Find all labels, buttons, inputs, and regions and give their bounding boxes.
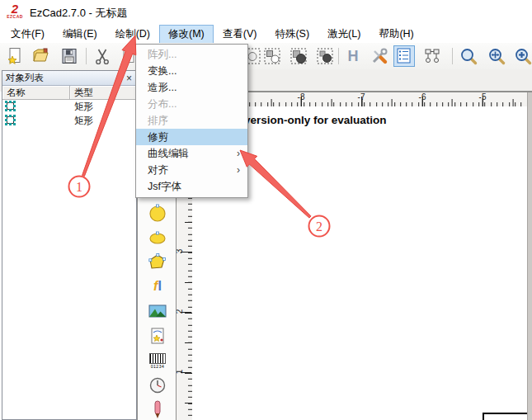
open-file-icon[interactable] (31, 46, 51, 66)
menu-laser[interactable]: 激光(L) (318, 25, 370, 44)
menu-item-trim[interactable]: 修剪 (136, 129, 247, 145)
toolbar-separator (338, 48, 339, 64)
delay-clock-tool-icon[interactable] (147, 375, 168, 396)
vruler-tick (181, 252, 191, 252)
menu-edit[interactable]: 编辑(E) (54, 25, 106, 44)
logo-number: 2 (4, 2, 26, 15)
menu-item-shape[interactable]: 造形... (136, 79, 247, 96)
app-logo-icon: 2 EZCAD (4, 2, 26, 22)
object-row-2[interactable]: 矩形 (2, 114, 136, 128)
title-bar: 2 EZCAD EzCad2.7.0 - 无标题 (0, 0, 532, 25)
circle-tool-icon[interactable] (147, 202, 168, 224)
zoom-tool-icon[interactable] (459, 46, 478, 66)
object-rect-icon (2, 101, 70, 114)
submenu-arrow-icon: › (237, 145, 240, 162)
menu-item-align[interactable]: 对齐› (136, 162, 247, 178)
save-icon[interactable] (59, 46, 79, 66)
zoom-fit-icon[interactable] (487, 46, 506, 66)
toolbar-separator (86, 48, 87, 64)
menu-modify[interactable]: 修改(M) (159, 25, 214, 44)
vruler-tick (181, 312, 191, 313)
marking-field-boundary (483, 413, 528, 420)
object-list-toggle-icon[interactable] (393, 45, 415, 67)
barcode-bars (149, 353, 166, 364)
barcode-tool-icon[interactable]: 01234 (147, 350, 168, 371)
parameters-tools-icon[interactable] (370, 46, 389, 66)
submenu-arrow-icon: › (237, 162, 240, 178)
object-type: 矩形 (70, 101, 136, 113)
menu-bar: 文件(F) 编辑(E) 绘制(D) 修改(M) 查看(V) 特殊(S) 激光(L… (0, 25, 532, 43)
object-list-title: 对象列表 (6, 72, 44, 84)
vector-file-tool-icon[interactable] (147, 325, 168, 347)
menu-item-sort[interactable]: 排序 (136, 112, 247, 129)
column-name[interactable]: 名称 (2, 86, 70, 100)
menu-view[interactable]: 查看(V) (214, 25, 266, 44)
group-outline-icon[interactable] (262, 46, 282, 66)
menu-file[interactable]: 文件(F) (2, 25, 54, 44)
menu-item-curve-edit[interactable]: 曲线编辑› (136, 145, 247, 162)
text-tool-icon[interactable]: fI (147, 276, 168, 297)
ellipse-tool-icon[interactable] (147, 227, 168, 248)
pen-input-tool-icon[interactable] (147, 399, 168, 420)
hruler-tick (422, 97, 423, 106)
hruler-tick (361, 97, 362, 106)
window-title: EzCad2.7.0 - 无标题 (30, 6, 128, 21)
column-type[interactable]: 类型 (70, 86, 136, 100)
new-file-icon[interactable] (5, 46, 25, 66)
hruler-tick (301, 97, 302, 106)
object-type: 矩形 (70, 115, 136, 127)
menu-item-label: 对齐 (148, 164, 168, 176)
ezcad-window: 2 EZCAD EzCad2.7.0 - 无标题 文件(F) 编辑(E) 绘制(… (0, 0, 532, 420)
polygon-tool-icon[interactable] (147, 251, 168, 272)
menu-item-array[interactable]: 阵列... (136, 46, 247, 63)
menu-draw[interactable]: 绘制(D) (106, 25, 159, 44)
logo-text: EZCAD (4, 15, 26, 19)
menu-special[interactable]: 特殊(S) (266, 25, 318, 44)
menu-item-distribute[interactable]: 分布... (136, 96, 247, 112)
object-list-header[interactable]: 对象列表 × (2, 71, 136, 86)
menu-item-label: 曲线编辑 (148, 148, 189, 159)
demo-watermark: version-only for evaluation (244, 114, 387, 126)
object-list-panel: 对象列表 × 名称 类型 矩形 矩形 (2, 70, 137, 420)
hruler-tick (483, 97, 483, 106)
menu-item-jsf-font[interactable]: Jsf字体 (136, 178, 247, 195)
object-list-column-headers: 名称 类型 (2, 86, 136, 100)
bitmap-tool-icon[interactable] (147, 300, 168, 322)
modify-dropdown-menu: 阵列... 变换... 造形... 分布... 排序 修剪 曲线编辑› 对齐› … (135, 44, 248, 198)
toolbar-separator (452, 48, 453, 64)
ungroup-icon[interactable] (315, 46, 335, 66)
zoom-in-icon[interactable] (513, 46, 532, 66)
object-rect-icon (2, 115, 70, 128)
window-edge-strip (527, 92, 532, 420)
cut-icon[interactable] (92, 46, 112, 66)
text-tool-i: I (158, 279, 161, 293)
hatch-glyph: H (348, 49, 359, 64)
group-filled-icon[interactable] (289, 46, 308, 66)
panel-close-icon[interactable]: × (125, 74, 134, 83)
hatch-icon[interactable]: H (343, 46, 363, 66)
node-edit-icon[interactable] (422, 46, 442, 66)
vruler-tick (181, 372, 191, 373)
barcode-caption: 01234 (151, 365, 164, 369)
object-row-1[interactable]: 矩形 (2, 100, 136, 114)
menu-help[interactable]: 帮助(H) (370, 25, 422, 44)
menu-item-transform[interactable]: 变换... (136, 63, 247, 79)
main-toolbar: H (0, 43, 532, 70)
